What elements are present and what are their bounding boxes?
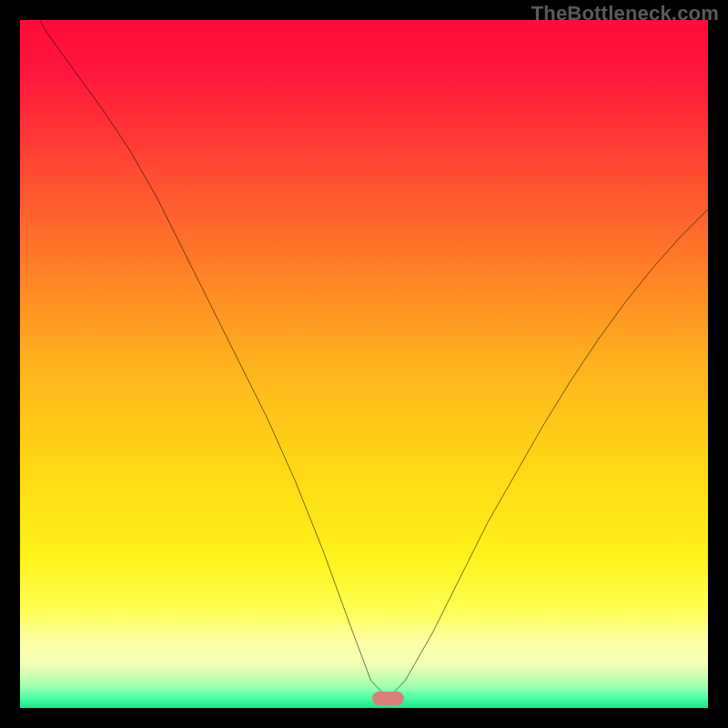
plot-area [20, 20, 708, 708]
attribution-label: TheBottleneck.com [531, 2, 719, 25]
heat-gradient-background [20, 20, 708, 708]
svg-rect-0 [20, 20, 708, 708]
chart-frame: TheBottleneck.com [0, 0, 728, 728]
